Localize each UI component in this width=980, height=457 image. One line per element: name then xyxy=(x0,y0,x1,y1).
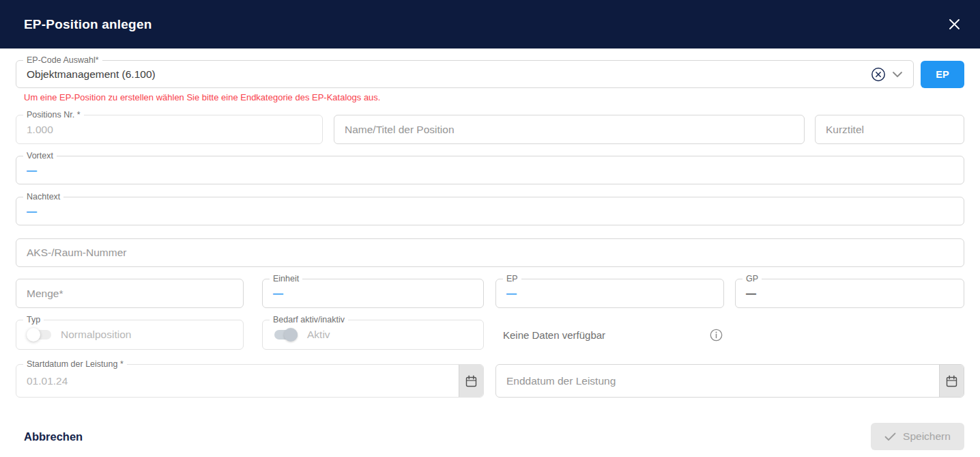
clear-button[interactable] xyxy=(871,67,886,82)
bedarf-state-label: Aktiv xyxy=(307,329,330,341)
ep-label: EP xyxy=(503,274,521,283)
name-titel-field[interactable] xyxy=(334,115,805,144)
einheit-value: — xyxy=(273,288,283,299)
startdatum-label: Startdatum der Leistung * xyxy=(23,359,127,369)
save-button-label: Speichern xyxy=(903,430,951,443)
kurztitel-input[interactable] xyxy=(826,124,953,136)
dialog-title: EP-Position anlegen xyxy=(24,17,152,32)
bedarf-label: Bedarf aktiv/inaktiv xyxy=(270,315,348,324)
dialog-body: EP-Code Auswahl* EP Um eine E xyxy=(0,60,980,450)
gp-label: GP xyxy=(743,274,762,283)
ep-code-label: EP-Code Auswahl* xyxy=(23,55,102,65)
menge-row: Einheit — EP — GP — xyxy=(16,279,964,308)
ep-value: — xyxy=(506,288,516,299)
aks-raum-field[interactable] xyxy=(16,238,964,267)
ep-field[interactable]: EP — xyxy=(495,279,724,308)
menge-input[interactable] xyxy=(27,288,233,300)
enddatum-calendar-button[interactable] xyxy=(939,365,964,397)
dialog-footer: Abbrechen Speichern xyxy=(16,423,964,450)
typ-field: Typ Normalposition xyxy=(16,320,244,350)
aks-raum-input[interactable] xyxy=(27,247,953,259)
position-row: Positions Nr. * xyxy=(16,115,964,144)
ep-hint-text: Keine Daten verfügbar xyxy=(503,329,605,341)
close-icon xyxy=(949,18,960,30)
positions-nr-field: Positions Nr. * xyxy=(16,115,323,144)
ep-code-select[interactable]: EP-Code Auswahl* xyxy=(16,60,914,88)
ep-code-row: EP-Code Auswahl* EP xyxy=(16,60,964,88)
clear-circle-x-icon xyxy=(871,67,886,82)
close-button[interactable] xyxy=(946,16,962,33)
calendar-icon xyxy=(945,374,958,388)
enddatum-field[interactable] xyxy=(495,364,964,398)
ep-catalog-button[interactable]: EP xyxy=(921,61,964,88)
ep-hint-info-button[interactable] xyxy=(710,329,723,342)
gp-field: GP — xyxy=(735,279,964,308)
positions-nr-label: Positions Nr. * xyxy=(23,110,84,120)
chevron-down-icon xyxy=(892,71,903,78)
cancel-button[interactable]: Abbrechen xyxy=(24,430,83,443)
einheit-label: Einheit xyxy=(270,274,302,283)
typ-label: Typ xyxy=(23,315,44,324)
startdatum-value xyxy=(27,375,449,387)
startdatum-calendar-button[interactable] xyxy=(459,365,483,397)
vortext-label: Vortext xyxy=(23,151,57,161)
date-row: Startdatum der Leistung * xyxy=(16,364,964,398)
dropdown-toggle[interactable] xyxy=(892,71,903,78)
ep-code-value[interactable] xyxy=(27,68,871,81)
nachtext-value[interactable]: — xyxy=(27,206,36,217)
error-hint: Um eine EP-Position zu erstellen wählen … xyxy=(24,93,964,102)
bedarf-field: Bedarf aktiv/inaktiv Aktiv xyxy=(262,320,484,350)
startdatum-field: Startdatum der Leistung * xyxy=(16,364,484,398)
kurztitel-field[interactable] xyxy=(815,115,964,144)
calendar-icon xyxy=(465,374,478,388)
menge-field[interactable] xyxy=(16,279,244,308)
info-icon xyxy=(710,329,723,342)
typ-state-label: Normalposition xyxy=(61,329,131,341)
einheit-field[interactable]: Einheit — xyxy=(262,279,484,308)
nachtext-field[interactable]: Nachtext — xyxy=(16,197,964,225)
vortext-value[interactable]: — xyxy=(27,165,36,176)
positions-nr-value xyxy=(27,124,312,136)
gp-value: — xyxy=(746,288,755,299)
save-button[interactable]: Speichern xyxy=(871,423,964,450)
enddatum-input[interactable] xyxy=(506,375,929,387)
check-icon xyxy=(884,432,896,441)
ep-hint-block: Keine Daten verfügbar xyxy=(495,320,724,350)
vortext-field[interactable]: Vortext — xyxy=(16,156,964,184)
name-titel-input[interactable] xyxy=(345,124,794,136)
typ-row: Typ Normalposition Bedarf aktiv/inaktiv … xyxy=(16,320,964,350)
dialog-header: EP-Position anlegen xyxy=(0,0,980,49)
typ-toggle[interactable] xyxy=(27,327,53,342)
bedarf-toggle[interactable] xyxy=(273,327,299,342)
nachtext-label: Nachtext xyxy=(23,192,63,202)
